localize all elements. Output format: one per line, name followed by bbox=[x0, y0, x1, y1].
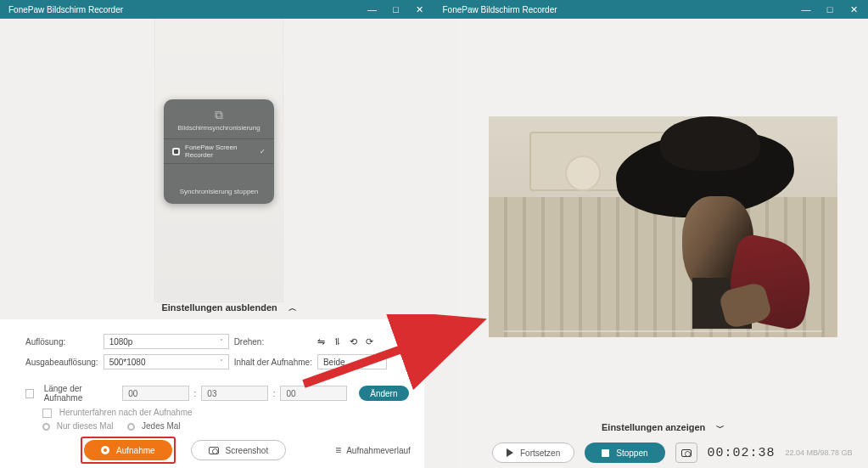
hide-settings-toggle[interactable]: Einstellungen ausblenden ︿ bbox=[0, 302, 458, 314]
maximize-icon[interactable]: □ bbox=[824, 4, 836, 14]
screens-icon: ⧉ bbox=[164, 108, 274, 122]
minutes-input[interactable]: 03 bbox=[201, 386, 267, 401]
minimize-icon[interactable]: — bbox=[367, 4, 378, 14]
rotate-left-icon[interactable]: ⟲ bbox=[350, 336, 357, 347]
rotate-right-icon[interactable]: ⟳ bbox=[366, 336, 373, 347]
app-title: FonePaw Bildschirm Recorder bbox=[443, 5, 557, 14]
record-label: Aufnahme bbox=[116, 446, 155, 455]
every-time-radio[interactable] bbox=[127, 423, 135, 431]
sync-target-label: FonePaw Screen Recorder bbox=[185, 144, 260, 159]
resolution-select[interactable]: 1080p ˅ bbox=[104, 334, 229, 349]
stop-button[interactable]: Stoppen bbox=[585, 443, 664, 463]
output-resolution-select[interactable]: 500*1080 ˅ bbox=[104, 354, 229, 369]
rotate-label: Drehen: bbox=[234, 331, 317, 352]
play-icon bbox=[507, 448, 513, 457]
highlight-frame: Aufnahme bbox=[81, 437, 176, 464]
seconds-input[interactable]: 00 bbox=[280, 386, 346, 401]
recording-window: Einstellungen anzeigen ﹀ Fortsetzen Stop… bbox=[458, 19, 868, 468]
settings-panel: Auflösung: 1080p ˅ Drehen: ⇋ ⥮ ⟲ ⟳ Ausga… bbox=[0, 319, 424, 468]
content-select[interactable]: Beide ˅ bbox=[317, 354, 387, 369]
sync-target-row[interactable]: FonePaw Screen Recorder ✓ bbox=[164, 138, 274, 164]
camera-icon bbox=[209, 447, 219, 454]
shutdown-label: Herunterfahren nach der Aufnahme bbox=[59, 408, 193, 417]
app-icon bbox=[172, 148, 180, 155]
content-label: Inhalt der Aufnahme: bbox=[234, 352, 317, 372]
length-checkbox[interactable] bbox=[25, 389, 34, 398]
output-resolution-label: Ausgabeauflösung: bbox=[25, 352, 104, 372]
checkmark-icon: ✓ bbox=[260, 148, 266, 155]
shutdown-checkbox[interactable] bbox=[42, 409, 52, 418]
stop-sync-button[interactable]: Synchronisierung stoppen bbox=[164, 164, 274, 195]
list-icon: ≡ bbox=[335, 444, 341, 456]
hours-input[interactable]: 00 bbox=[122, 386, 188, 401]
progress-bar[interactable] bbox=[504, 330, 822, 332]
video-preview bbox=[489, 116, 837, 337]
close-icon[interactable]: ✕ bbox=[414, 4, 426, 15]
change-button[interactable]: Ändern bbox=[359, 386, 409, 401]
output-resolution-value: 500*1080 bbox=[109, 358, 146, 367]
flip-vertical-icon[interactable]: ⥮ bbox=[333, 336, 341, 347]
resume-label: Fortsetzen bbox=[520, 448, 560, 458]
history-button[interactable]: ≡ Aufnahmeverlauf bbox=[335, 444, 411, 456]
length-label: Länge der Aufnahme bbox=[44, 384, 111, 403]
chevron-down-icon: ˅ bbox=[378, 358, 381, 366]
show-settings-label: Einstellungen anzeigen bbox=[602, 422, 705, 432]
titlebar-left: FonePaw Bildschirm Recorder — □ ✕ bbox=[0, 0, 434, 19]
app-title: FonePaw Bildschirm Recorder bbox=[8, 5, 123, 14]
sync-title: Bildschirmsynchronisierung bbox=[164, 124, 274, 132]
resume-button[interactable]: Fortsetzen bbox=[492, 443, 574, 463]
show-settings-toggle[interactable]: Einstellungen anzeigen ﹀ bbox=[458, 422, 868, 434]
record-icon bbox=[101, 446, 109, 454]
chevron-down-icon: ﹀ bbox=[716, 423, 725, 432]
chevron-down-icon: ˅ bbox=[220, 358, 223, 366]
history-label: Aufnahmeverlauf bbox=[346, 446, 411, 455]
minimize-icon[interactable]: — bbox=[800, 4, 812, 14]
titlebar-right: FonePaw Bildschirm Recorder — □ ✕ bbox=[434, 0, 869, 19]
airplay-sync-panel: ⧉ Bildschirmsynchronisierung FonePaw Scr… bbox=[164, 99, 274, 204]
maximize-icon[interactable]: □ bbox=[390, 4, 402, 14]
resolution-label: Auflösung: bbox=[25, 331, 104, 352]
stop-icon bbox=[602, 449, 609, 457]
camera-icon bbox=[681, 449, 692, 457]
only-this-radio[interactable] bbox=[42, 423, 50, 431]
flip-horizontal-icon[interactable]: ⇋ bbox=[317, 336, 325, 347]
chevron-up-icon: ︿ bbox=[288, 302, 297, 314]
storage-info: 22.04 MB/98.78 GB bbox=[786, 448, 853, 457]
screenshot-label: Screenshot bbox=[226, 446, 269, 455]
stop-label: Stoppen bbox=[616, 448, 647, 458]
record-button[interactable]: Aufnahme bbox=[84, 440, 172, 460]
hide-settings-label: Einstellungen ausblenden bbox=[161, 302, 277, 313]
recording-timer: 00:02:38 bbox=[708, 446, 776, 460]
screenshot-button[interactable]: Screenshot bbox=[191, 440, 287, 460]
snapshot-button[interactable] bbox=[675, 443, 697, 463]
every-time-label: Jedes Mal bbox=[142, 421, 181, 431]
resolution-value: 1080p bbox=[109, 337, 133, 347]
close-icon[interactable]: ✕ bbox=[848, 4, 860, 15]
chevron-down-icon: ˅ bbox=[220, 338, 223, 346]
content-value: Beide bbox=[323, 358, 345, 367]
rotate-controls: ⇋ ⥮ ⟲ ⟳ bbox=[317, 336, 373, 347]
only-this-label: Nur dieses Mal bbox=[57, 421, 114, 431]
phone-mirror-preview: ⧉ Bildschirmsynchronisierung FonePaw Scr… bbox=[154, 19, 283, 302]
